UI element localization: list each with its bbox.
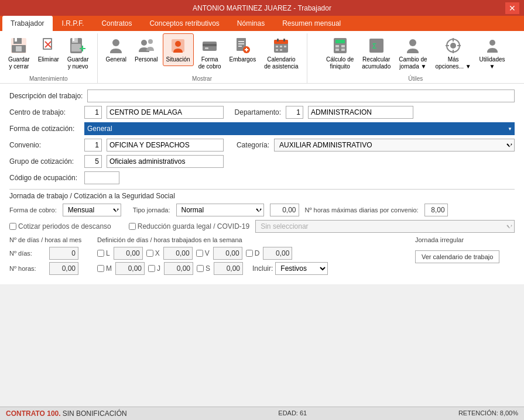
svg-point-15 <box>112 39 119 46</box>
tab-resumen[interactable]: Resumen mensual <box>274 16 349 31</box>
situacion-icon <box>169 36 187 55</box>
codigo-ocupacion-input[interactable] <box>84 171 119 184</box>
reduccion-checkbox[interactable] <box>129 223 136 230</box>
categoria-select[interactable]: AUXILIAR ADMINISTRATIVO <box>274 139 515 152</box>
situacion-button[interactable]: Situación <box>163 33 194 66</box>
day-L-input[interactable] <box>114 247 143 260</box>
descripcion-row: Descripción del trabajo: <box>9 89 515 102</box>
centro-label: Centro de trabajo: <box>9 108 80 116</box>
svg-rect-37 <box>276 49 278 51</box>
day-X-input[interactable] <box>163 247 193 260</box>
calculo-finiquito-button[interactable]: Cálculo definiquito <box>323 33 357 73</box>
tab-contratos[interactable]: Contratos <box>93 16 140 31</box>
tipo-jornada-num[interactable] <box>270 204 299 216</box>
mas-opciones-label: Másopciones... ▼ <box>436 56 471 70</box>
svg-rect-43 <box>335 49 339 51</box>
day-D-checkbox[interactable] <box>246 250 253 257</box>
sin-seleccionar-select[interactable]: Sin seleccionar <box>255 220 515 233</box>
n-dias-input[interactable] <box>49 247 78 260</box>
centro-value-input[interactable] <box>107 106 224 119</box>
tab-conceptos[interactable]: Conceptos retributivos <box>141 16 227 31</box>
cotizar-checkbox-label: Cotizar periodos de descanso <box>9 222 111 230</box>
horas-max-input[interactable] <box>424 204 448 216</box>
day-J-input[interactable] <box>164 262 193 275</box>
utilidades-button[interactable]: Utilidades▼ <box>476 33 509 73</box>
day-S-input[interactable] <box>214 262 243 275</box>
day-M-input[interactable] <box>115 262 145 275</box>
utilidades-label: Utilidades▼ <box>480 56 505 70</box>
day-M-checkbox[interactable] <box>97 265 104 272</box>
centro-departamento-row: Centro de trabajo: Departamento: <box>9 106 515 119</box>
day-S-checkbox[interactable] <box>197 265 204 272</box>
depto-value-input[interactable] <box>308 106 413 119</box>
forma-cotizacion-select[interactable]: General <box>84 122 515 135</box>
cotizar-checkbox[interactable] <box>9 223 16 230</box>
eliminar-button[interactable]: Eliminar <box>35 33 63 66</box>
forma-cobro-select[interactable]: Mensual <box>63 204 121 216</box>
svg-point-17 <box>148 39 153 44</box>
day-X-key: X <box>155 249 160 257</box>
guardar-cerrar-button[interactable]: Guardary cerrar <box>5 33 33 73</box>
reduccion-checkbox-label: Reducción guarda legal / COVID-19 <box>129 222 249 230</box>
codigo-ocupacion-label: Código de ocupación: <box>9 174 80 182</box>
forma-cobro-label: Forma de cobro: <box>9 206 57 214</box>
day-V-input[interactable] <box>213 247 242 260</box>
svg-rect-33 <box>283 39 285 42</box>
svg-point-19 <box>175 41 181 47</box>
convenio-label: Convenio: <box>9 141 80 149</box>
forma-cotizacion-label: Forma de cotización: <box>9 125 80 133</box>
centro-num-input[interactable] <box>84 106 102 119</box>
categoria-wrapper: AUXILIAR ADMINISTRATIVO <box>274 139 515 152</box>
convenio-row: Convenio: Categoría: AUXILIAR ADMINISTRA… <box>9 139 515 152</box>
n-horas-input[interactable] <box>49 262 78 275</box>
depto-num-input[interactable] <box>286 106 303 119</box>
grupo-value-input[interactable] <box>107 155 224 168</box>
calculo-icon <box>331 36 350 55</box>
recalcular-button[interactable]: Σ Recalcularacumulado <box>358 33 394 73</box>
day-S-key: S <box>206 264 210 273</box>
incluir-select[interactable]: Festivos <box>275 262 328 275</box>
grupo-num-input[interactable] <box>84 155 102 168</box>
svg-rect-2 <box>15 38 17 42</box>
tab-nominas[interactable]: Nóminas <box>229 16 273 31</box>
cambio-jornada-button[interactable]: Cambio dejornada ▼ <box>395 33 430 73</box>
semana-section: Definición de días / horas trabajados en… <box>97 236 403 275</box>
calendario-button[interactable]: Calendariode asistencia <box>261 33 302 73</box>
day-J-checkbox[interactable] <box>148 265 155 272</box>
categoria-label: Categoría: <box>228 141 269 149</box>
mas-opciones-button[interactable]: Másopciones... ▼ <box>432 33 475 73</box>
ver-calendario-button[interactable]: Ver calendario de trabajo <box>415 250 499 263</box>
recalcular-label: Recalcularacumulado <box>362 56 391 70</box>
day-L-checkbox[interactable] <box>97 250 104 257</box>
day-D-input[interactable] <box>263 247 292 260</box>
guardar-nuevo-button[interactable]: Guardary nuevo <box>64 33 93 73</box>
calendario-icon <box>272 36 290 55</box>
jornada-irregular-title: Jornada irregular <box>415 236 464 243</box>
close-button[interactable]: ✕ <box>505 2 519 14</box>
embargos-button[interactable]: Embargos <box>226 33 260 66</box>
convenio-value-input[interactable] <box>107 139 224 152</box>
svg-rect-44 <box>341 49 345 51</box>
reduccion-label: Reducción guarda legal / COVID-19 <box>138 222 249 230</box>
n-horas-label: Nº horas: <box>9 265 44 272</box>
embargos-icon <box>233 36 252 55</box>
descripcion-input[interactable] <box>87 89 515 102</box>
day-X-checkbox[interactable] <box>146 250 153 257</box>
day-D-key: D <box>255 249 260 257</box>
sin-seleccionar-wrapper: Sin seleccionar <box>255 220 515 233</box>
utiles-buttons: Cálculo definiquito Σ Recalcularacumulad… <box>323 33 509 73</box>
personal-button[interactable]: Personal <box>131 33 161 66</box>
tipo-jornada-select[interactable]: Normal <box>176 204 264 216</box>
svg-rect-42 <box>341 45 345 47</box>
tab-irpf[interactable]: I.R.P.F. <box>54 16 93 31</box>
convenio-num-input[interactable] <box>84 139 102 152</box>
forma-cobro-button[interactable]: Formade cobro <box>195 33 225 73</box>
svg-point-54 <box>489 40 495 46</box>
utilidades-icon <box>483 36 502 55</box>
general-icon <box>107 36 125 55</box>
day-V-checkbox[interactable] <box>196 250 203 257</box>
tab-trabajador[interactable]: Trabajador <box>2 16 53 31</box>
n-dias-row: Nº días: <box>9 247 85 260</box>
general-button[interactable]: General <box>102 33 131 66</box>
main-content: Descripción del trabajo: Centro de traba… <box>0 84 524 284</box>
